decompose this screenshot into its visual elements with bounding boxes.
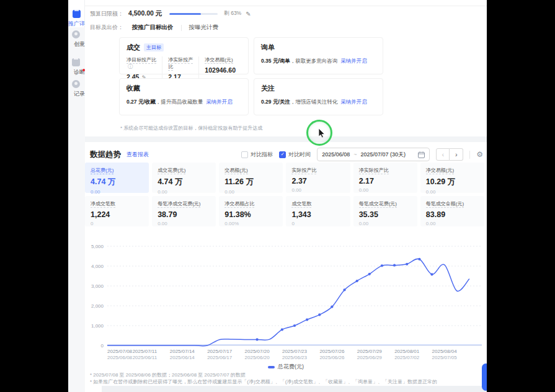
goal-metric-label-text: 净实际投产比 bbox=[168, 57, 193, 71]
tab-bid-by-impression[interactable]: 按曝光计费 bbox=[189, 24, 219, 32]
calendar-icon bbox=[418, 151, 425, 158]
adopt-enable-link[interactable]: 采纳并开启 bbox=[340, 58, 367, 64]
metric-card[interactable]: 实际投产比2.370.00 bbox=[286, 163, 350, 193]
svg-text:2025/08/01: 2025/08/01 bbox=[394, 349, 420, 354]
goal-card-1: 成交主目标净目标投产比ⓘ2.45✎净实际投产比2.17净交易额(元)102946… bbox=[119, 37, 249, 74]
goal-metric-label-text: 净目标投产比 bbox=[127, 57, 156, 64]
compare-metric-label: 对比指标 bbox=[251, 151, 273, 159]
metric-card[interactable]: 净实际投产比2.170.00 bbox=[353, 163, 417, 193]
svg-text:2025/07/05: 2025/07/05 bbox=[432, 355, 458, 360]
svg-text:2025/07/14: 2025/07/14 bbox=[170, 349, 195, 354]
metric-compare-value: 0.00 bbox=[426, 221, 479, 226]
metric-card[interactable]: 净成交笔数1,2240 bbox=[85, 196, 149, 226]
adopt-enable-link[interactable]: 采纳并开启 bbox=[206, 99, 233, 105]
goal-card-desc-lead: 0.27 元/收藏 bbox=[127, 99, 156, 105]
metric-label: 交易额(元) bbox=[224, 167, 277, 174]
toolbox-icon bbox=[72, 58, 80, 66]
legend-label: 总花费(元) bbox=[278, 363, 304, 371]
svg-text:1,000: 1,000 bbox=[91, 323, 104, 329]
document-icon bbox=[73, 10, 81, 18]
goal-card-3: 收藏0.27 元/收藏，提升商品收藏数量采纳并开启 bbox=[119, 78, 249, 115]
compare-time-checkbox[interactable]: 对比时间 bbox=[279, 151, 311, 159]
goal-metric: 净目标投产比ⓘ2.45✎ bbox=[127, 56, 162, 81]
trend-controls: 对比指标 对比时间 2025/06/08 ~ 2025/07/07 (30天) bbox=[241, 148, 483, 161]
date-separator: ~ bbox=[353, 151, 357, 158]
svg-text:2025/06/29: 2025/06/29 bbox=[357, 355, 383, 360]
date-range-picker[interactable]: 2025/06/08 ~ 2025/07/07 (30天) bbox=[317, 148, 430, 161]
sidebar-item-label: 推广详情 bbox=[68, 20, 85, 28]
checkbox-icon[interactable] bbox=[279, 151, 286, 158]
trend-header: 数据趋势 查看报表 对比指标 对比时间 2025/06/08 ~ 2025/07… bbox=[90, 147, 483, 162]
metric-value: 38.79 bbox=[158, 210, 210, 219]
metric-compare-value: 0.00 bbox=[359, 187, 412, 193]
svg-text:2025/06/17: 2025/06/17 bbox=[207, 355, 233, 360]
next-period-button[interactable]: › bbox=[450, 148, 463, 161]
content-viewport: 推广详情创意诊断记录 预算日限额： 4,500.00 元 剩 63% ✎ 目标及… bbox=[68, 0, 487, 392]
trend-chart: 01,0002,0003,0004,0005,0002025/07/082025… bbox=[85, 239, 487, 361]
metric-card[interactable]: 净交易额(元)10.29 万0.00 bbox=[420, 163, 484, 193]
goal-card-head: 成交主目标 bbox=[127, 43, 241, 52]
metric-value: 4.74 万 bbox=[158, 177, 210, 187]
metric-value: 35.35 bbox=[359, 210, 412, 219]
sidebar-item-2[interactable]: 创意 bbox=[68, 30, 85, 48]
metric-card[interactable]: 每笔成交金额(元)83.890.00 bbox=[420, 196, 484, 226]
goal-metric-label: 净目标投产比ⓘ bbox=[127, 56, 156, 70]
bulb-icon bbox=[72, 30, 80, 38]
metric-compare-value: 0 bbox=[91, 221, 143, 226]
metric-card[interactable]: 交易额(元)11.26 万0.00 bbox=[219, 163, 283, 193]
svg-text:3,000: 3,000 bbox=[91, 283, 104, 289]
metric-label: 每笔成交金额(元) bbox=[426, 200, 479, 207]
goal-card-title: 收藏 bbox=[127, 84, 140, 93]
clock-icon bbox=[72, 80, 80, 88]
adopt-enable-link[interactable]: 采纳并开启 bbox=[340, 99, 367, 105]
compare-metric-checkbox[interactable]: 对比指标 bbox=[241, 151, 273, 159]
metric-card[interactable]: 净交易额占比91.38%0.00% bbox=[219, 196, 283, 226]
goal-metric-label-text: 净交易额(元) bbox=[205, 57, 233, 64]
sidebar-item-3[interactable]: 诊断 bbox=[68, 55, 85, 76]
main-goal-badge: 主目标 bbox=[144, 43, 164, 51]
info-icon[interactable]: ⓘ bbox=[128, 64, 133, 69]
prev-period-button[interactable]: ‹ bbox=[436, 148, 450, 161]
metric-card[interactable]: 每笔成交花费(元)35.350.00 bbox=[353, 196, 417, 226]
goal-card-desc: 0.29 元/关注，增强店铺关注转化采纳并开启 bbox=[261, 99, 376, 106]
metric-card[interactable]: 每笔净成交花费(元)38.790.00 bbox=[152, 196, 216, 226]
chart-legend[interactable]: 总花费(元) bbox=[85, 363, 487, 371]
edit-budget-icon[interactable]: ✎ bbox=[246, 11, 251, 17]
footnote-1: * 2025/07/08 至 2025/08/06 的数据；2025/06/08… bbox=[90, 372, 246, 378]
date-end: 2025/07/07 (30天) bbox=[361, 151, 406, 159]
metric-card[interactable]: 总花费(元)4.74 万0.00 bbox=[85, 163, 149, 193]
floating-button[interactable] bbox=[482, 363, 487, 391]
date-start: 2025/06/08 bbox=[322, 151, 350, 158]
svg-text:2025/07/26: 2025/07/26 bbox=[319, 349, 345, 354]
compare-time-label: 对比时间 bbox=[288, 151, 311, 159]
budget-row: 预算日限额： 4,500.00 元 剩 63% ✎ bbox=[90, 9, 251, 19]
metric-label: 净交易额(元) bbox=[426, 167, 479, 174]
metric-value: 10.29 万 bbox=[426, 177, 479, 187]
mouse-pointer-icon bbox=[318, 128, 326, 138]
svg-text:2025/06/20: 2025/06/20 bbox=[245, 355, 270, 360]
metric-label: 净成交笔数 bbox=[91, 200, 143, 207]
metric-card[interactable]: 成交笔数1,3430 bbox=[286, 196, 350, 226]
sidebar: 推广详情创意诊断记录 bbox=[68, 0, 85, 392]
metric-label: 总花费(元) bbox=[91, 167, 143, 174]
settings-gear-icon[interactable]: ⚙ bbox=[476, 150, 483, 159]
svg-text:2025/06/23: 2025/06/23 bbox=[282, 355, 308, 360]
tab-bid-by-goal[interactable]: 按推广目标出价 bbox=[132, 24, 174, 32]
notification-dot bbox=[82, 69, 85, 71]
metric-label-text: 实际投产比 bbox=[291, 167, 316, 174]
sidebar-item-1[interactable]: 推广详情 bbox=[68, 7, 85, 28]
metric-label-text: 净交易额(元) bbox=[426, 167, 454, 174]
metric-label-text: 净成交笔数 bbox=[91, 201, 115, 208]
metric-card[interactable]: 成交花费(元)4.74 万0.00 bbox=[152, 163, 216, 193]
svg-text:2,000: 2,000 bbox=[91, 303, 104, 309]
sidebar-item-4[interactable]: 记录 bbox=[68, 80, 85, 98]
goal-card-head: 关注 bbox=[261, 84, 376, 93]
metric-label-text: 总花费(元) bbox=[91, 167, 113, 174]
checkbox-icon[interactable] bbox=[241, 151, 248, 158]
metric-label: 成交笔数 bbox=[291, 200, 344, 207]
view-report-link[interactable]: 查看报表 bbox=[127, 151, 149, 159]
goal-card-4: 关注0.29 元/关注，增强店铺关注转化采纳并开启 bbox=[254, 78, 383, 115]
section-divider bbox=[85, 136, 487, 142]
bottom-strip bbox=[102, 386, 487, 392]
budget-label: 预算日限额： bbox=[90, 10, 123, 18]
